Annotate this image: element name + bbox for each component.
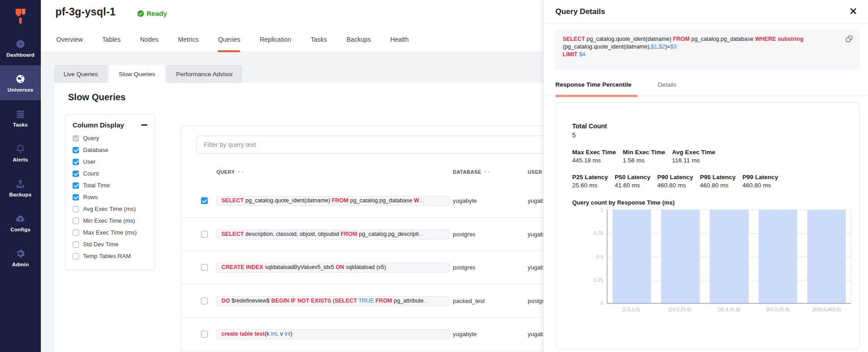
query-table-row[interactable]: CREATE INDEX sqldataloadByValuev5_idx5 O… (181, 251, 570, 284)
sidebar-item-label: Alerts (13, 157, 28, 162)
checkbox[interactable] (73, 194, 79, 200)
stat-p99-latency: P99 Latency460.80 ms (742, 174, 778, 189)
subtab-performance-advisor[interactable]: Performance Advisor (167, 65, 242, 83)
tab-backups[interactable]: Backups (347, 26, 371, 52)
stat-p95-latency: P95 Latency460.80 ms (700, 174, 736, 189)
row-checkbox[interactable] (201, 231, 208, 238)
sidebar-item-dashboard[interactable]: Dashboard (0, 30, 41, 65)
row-checkbox[interactable] (201, 298, 208, 304)
column-option-avg-exec-time-ms-[interactable]: Avg Exec Time (ms) (73, 205, 147, 212)
column-option-query[interactable]: Query (73, 135, 147, 142)
details-tab-response-time-percentile[interactable]: Response Time Percentile (555, 75, 632, 96)
tab-metrics[interactable]: Metrics (178, 26, 198, 52)
sidebar-item-admin[interactable]: Admin (0, 240, 41, 275)
subtab-slow-queries[interactable]: Slow Queries (110, 65, 164, 83)
universe-tabs: OverviewTablesNodesMetricsQueriesReplica… (56, 26, 409, 52)
column-option-label: Min Exec Time (ms) (83, 217, 135, 224)
tab-replication[interactable]: Replication (260, 26, 291, 52)
column-option-std-dev-time[interactable]: Std Dev Time (73, 241, 147, 248)
sidebar-item-alerts[interactable]: Alerts (0, 135, 41, 170)
tab-queries[interactable]: Queries (218, 26, 240, 52)
query-text-chip[interactable]: SELECT pg_catalog.quote_ident(datname) F… (216, 196, 450, 206)
query-table-row[interactable]: SELECT description, classoid, objoid, ob… (181, 218, 570, 251)
histogram-bar (613, 210, 651, 303)
column-option-min-exec-time-ms-[interactable]: Min Exec Time (ms) (73, 217, 147, 224)
status-badge: Ready (137, 10, 167, 17)
row-checkbox[interactable] (201, 197, 208, 204)
subtab-live-queries[interactable]: Live Queries (54, 65, 107, 83)
checkbox[interactable] (73, 218, 79, 224)
sidebar-item-tasks[interactable]: Tasks (0, 100, 41, 135)
x-axis-tick-label: [24.0,25.6) (656, 307, 705, 312)
close-icon[interactable] (850, 8, 858, 16)
tab-tables[interactable]: Tables (102, 26, 120, 52)
sidebar-item-universes[interactable]: Universes (0, 65, 41, 100)
stat-value: 460.80 ms (742, 182, 778, 189)
stat-value: 1.56 ms (623, 157, 666, 164)
stat-label: Avg Exec Time (672, 149, 715, 156)
checkbox[interactable] (73, 241, 79, 248)
table-header-row: QUERY▼▲ DATABASE▼▲ USER▼▲ (181, 169, 570, 178)
column-option-rows[interactable]: Rows (73, 194, 147, 200)
chart-plot-area: 00.250.50.751 (607, 210, 851, 304)
collapse-minus-icon[interactable] (141, 124, 147, 126)
stat-label: Min Exec Time (623, 149, 666, 156)
details-tab-details[interactable]: Details (658, 75, 677, 96)
sidebar-nav: DashboardUniversesTasksAlertsBackupsConf… (0, 30, 41, 275)
tab-tasks[interactable]: Tasks (311, 26, 327, 52)
checkbox[interactable] (73, 206, 79, 212)
column-header-database[interactable]: DATABASE▼▲ (453, 169, 491, 175)
query-text-chip[interactable]: create table test(k int, v int) (216, 329, 450, 339)
column-option-max-exec-time-ms-[interactable]: Max Exec Time (ms) (73, 229, 147, 236)
stat-p50-latency: P50 Latency41.60 ms (615, 174, 651, 189)
query-table-row[interactable]: create table test(k int, v int)yugabytey… (181, 318, 570, 351)
tab-nodes[interactable]: Nodes (140, 26, 158, 52)
yugabyte-logo[interactable] (0, 0, 41, 30)
sql-line: (pg_catalog.quote_ident(datname),$1,$2)=… (563, 43, 836, 51)
x-axis-tick-label: [38.4,41.6) (705, 307, 754, 312)
row-checkbox[interactable] (201, 264, 208, 271)
checkbox[interactable] (73, 159, 79, 165)
sidebar-item-label: Dashboard (6, 52, 34, 58)
column-header-query[interactable]: QUERY▼▲ (216, 169, 245, 175)
checkbox[interactable] (73, 147, 79, 153)
checkbox[interactable] (73, 182, 79, 189)
query-text-chip[interactable]: SELECT description, classoid, objoid, ob… (216, 230, 450, 240)
sidebar-item-label: Universes (8, 87, 34, 93)
query-filter-input[interactable] (196, 136, 554, 154)
column-option-database[interactable]: Database (73, 147, 147, 153)
database-cell: packed_test (453, 298, 485, 304)
sidebar-item-backups[interactable]: Backups (0, 170, 41, 205)
sidebar-item-configs[interactable]: Configs (0, 205, 41, 240)
sidebar-item-label: Admin (12, 262, 29, 267)
checkbox[interactable] (73, 171, 79, 177)
checkbox[interactable] (73, 135, 79, 142)
column-option-total-time[interactable]: Total Time (73, 182, 147, 189)
column-option-temp-tables-ram[interactable]: Temp Tables RAM (73, 253, 147, 259)
query-details-title: Query Details (555, 7, 605, 16)
tab-overview[interactable]: Overview (56, 26, 83, 52)
column-option-label: Count (83, 170, 99, 177)
column-display-options: QueryDatabaseUserCountTotal TimeRowsAvg … (73, 135, 147, 259)
query-details-panel: Query Details SELECT pg_catalog.quote_id… (543, 0, 868, 352)
sort-arrows-icon[interactable]: ▼▲ (237, 170, 245, 173)
stat-label: P90 Latency (657, 174, 693, 181)
gauge-icon (15, 38, 26, 50)
query-text-chip[interactable]: DO $redefineview$ BEGIN IF NOT EXISTS (S… (216, 296, 450, 306)
checkbox[interactable] (73, 253, 79, 259)
query-table-row[interactable]: SELECT pg_catalog.quote_ident(datname) F… (181, 184, 570, 218)
sort-arrows-icon[interactable]: ▼▲ (484, 170, 491, 173)
stat-min-exec-time: Min Exec Time1.56 ms (623, 149, 666, 164)
query-text-chip[interactable]: CREATE INDEX sqldataloadByValuev5_idx5 O… (216, 263, 450, 273)
column-option-count[interactable]: Count (73, 170, 147, 177)
histogram-bar (661, 210, 700, 303)
row-checkbox[interactable] (201, 331, 208, 337)
column-option-user[interactable]: User (73, 158, 147, 165)
page-title: Slow Queries (68, 92, 126, 103)
tab-health[interactable]: Health (390, 26, 408, 52)
checkbox[interactable] (73, 230, 79, 236)
column-option-label: Query (83, 135, 99, 142)
copy-icon[interactable] (845, 34, 853, 45)
query-table-row[interactable]: DO $redefineview$ BEGIN IF NOT EXISTS (S… (181, 284, 570, 318)
stat-value: 116.11 ms (672, 157, 715, 164)
